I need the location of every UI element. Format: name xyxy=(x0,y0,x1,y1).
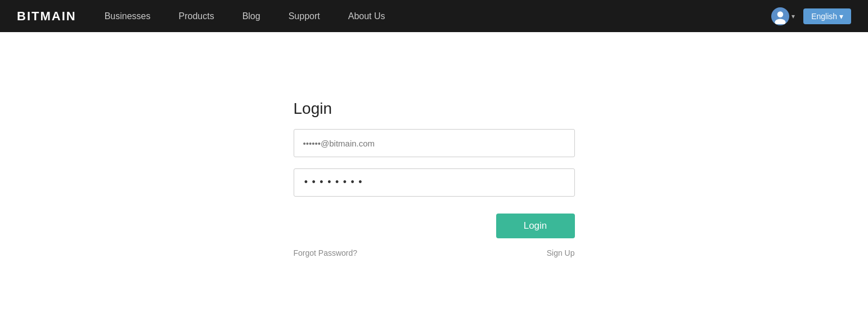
forgot-password-link[interactable]: Forgot Password? xyxy=(294,248,358,257)
language-selector-button[interactable]: English ▾ xyxy=(803,8,851,24)
form-actions: Login xyxy=(294,214,575,238)
email-input[interactable] xyxy=(294,129,575,157)
navbar: BITMAIN Businesses Products Blog Support… xyxy=(0,0,868,32)
user-account-button[interactable]: ▾ xyxy=(771,7,795,25)
main-content: Login Login Forgot Password? Sign Up xyxy=(0,32,868,257)
user-avatar-icon xyxy=(771,7,789,25)
nav-links: Businesses Products Blog Support About U… xyxy=(105,11,385,21)
login-button[interactable]: Login xyxy=(496,214,575,238)
password-input[interactable] xyxy=(294,168,575,197)
user-dropdown-caret: ▾ xyxy=(791,12,795,20)
nav-blog[interactable]: Blog xyxy=(242,11,260,21)
login-title: Login xyxy=(294,100,575,118)
form-links: Forgot Password? Sign Up xyxy=(294,248,575,257)
navbar-right: ▾ English ▾ xyxy=(771,7,851,25)
brand-logo[interactable]: BITMAIN xyxy=(17,9,77,24)
nav-about-us[interactable]: About Us xyxy=(348,11,385,21)
nav-businesses[interactable]: Businesses xyxy=(105,11,151,21)
signup-link[interactable]: Sign Up xyxy=(547,248,575,257)
nav-support[interactable]: Support xyxy=(289,11,320,21)
svg-point-1 xyxy=(777,11,784,17)
nav-products[interactable]: Products xyxy=(178,11,214,21)
login-form: Login Login Forgot Password? Sign Up xyxy=(294,100,575,257)
navbar-left: BITMAIN Businesses Products Blog Support… xyxy=(17,9,385,24)
email-input-wrapper xyxy=(294,129,575,157)
